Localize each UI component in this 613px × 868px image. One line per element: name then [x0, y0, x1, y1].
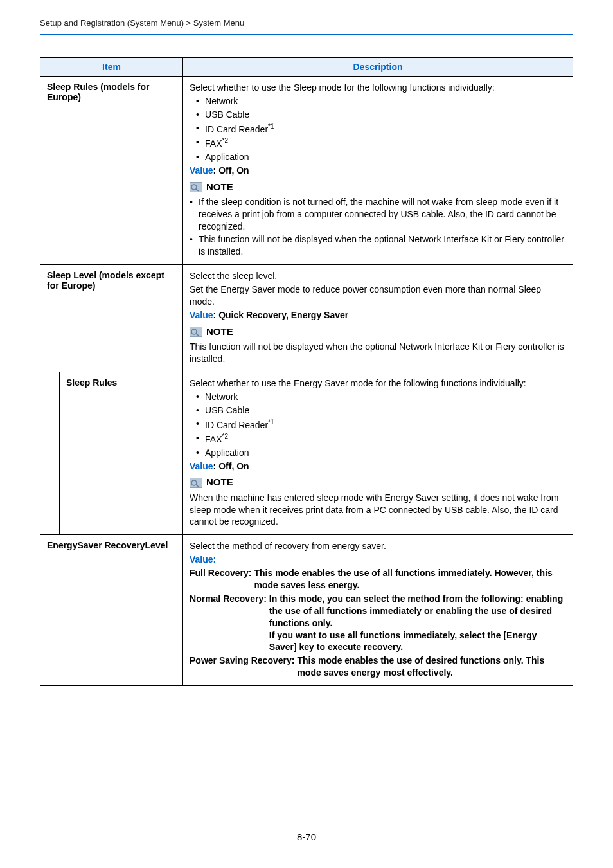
entry-value: This mode enables the use of all functio… [254, 567, 567, 592]
list-item-label: FAX [205, 138, 222, 149]
value-text: : Off, On [213, 165, 249, 176]
superscript-2: *2 [222, 137, 227, 144]
item-sleep-rules-europe: Sleep Rules (models for Europe) [40, 77, 183, 265]
list-item: Application [196, 151, 566, 163]
item-sleep-level: Sleep Level (models except for Europe) [40, 265, 183, 372]
entry-value: This mode enables the use of desired fun… [297, 655, 566, 679]
list-item-label: ID Card Reader [205, 123, 268, 134]
note-label: NOTE [206, 325, 233, 338]
header-description: Description [183, 58, 573, 77]
note-list: If the sleep condition is not turned off… [190, 196, 566, 258]
list-item: USB Cable [196, 109, 566, 121]
entry-value: In this mode, you can select the method … [269, 593, 566, 653]
note-icon [190, 327, 202, 337]
superscript-1: *1 [268, 419, 274, 426]
list-item: Application [196, 447, 566, 459]
note-body: When the machine has entered sleep mode … [190, 492, 566, 529]
value-label: Value [190, 461, 213, 471]
entry-key: Power Saving Recovery: [190, 655, 297, 679]
note-label: NOTE [206, 476, 233, 489]
note-label: NOTE [206, 181, 233, 194]
item-energy-saver-recovery: EnergySaver RecoveryLevel [40, 535, 183, 686]
desc-sleep-level: Select the sleep level. Set the Energy S… [183, 265, 573, 372]
recovery-entry-power-saving: Power Saving Recovery: This mode enables… [190, 655, 566, 679]
superscript-2: *2 [222, 433, 227, 440]
list-item: ID Card Reader*1 [196, 122, 566, 136]
value-label: Value [190, 310, 213, 320]
value-text: : Off, On [213, 461, 249, 471]
value-colon: : [213, 554, 217, 565]
bullet-list: Network USB Cable ID Card Reader*1 FAX*2… [196, 391, 566, 459]
table-row: Sleep Level (models except for Europe) S… [40, 265, 573, 372]
value-label: Value [190, 554, 213, 565]
desc-energy-saver-recovery: Select the method of recovery from energ… [183, 535, 573, 686]
entry-key: Full Recovery: [190, 567, 254, 592]
list-item-label: FAX [205, 434, 222, 444]
entry-key: Normal Recovery: [190, 593, 269, 653]
list-item: FAX*2 [196, 432, 566, 446]
list-item: USB Cable [196, 404, 566, 417]
bullet-list: Network USB Cable ID Card Reader*1 FAX*2… [196, 95, 566, 163]
page-number: 8-70 [0, 831, 613, 842]
desc-line: Set the Energy Saver mode to reduce powe… [190, 284, 566, 308]
indent-cell [40, 372, 60, 534]
note-icon [190, 182, 202, 192]
desc-intro: Select whether to use the Energy Saver m… [190, 377, 566, 390]
desc-line: Select the sleep level. [190, 270, 566, 282]
header-item: Item [40, 58, 183, 77]
item-sleep-rules-nested: Sleep Rules [60, 372, 183, 534]
table-row: EnergySaver RecoveryLevel Select the met… [40, 535, 573, 686]
recovery-entry-full: Full Recovery: This mode enables the use… [190, 567, 566, 592]
desc-intro: Select the method of recovery from energ… [190, 540, 566, 552]
desc-sleep-rules-nested: Select whether to use the Energy Saver m… [183, 372, 573, 534]
value-text: : Quick Recovery, Energy Saver [213, 310, 349, 320]
desc-sleep-rules-europe: Select whether to use the Sleep mode for… [183, 77, 573, 265]
superscript-1: *1 [268, 123, 274, 130]
note-body: This function will not be displayed when… [190, 341, 566, 365]
table-row: Sleep Rules (models for Europe) Select w… [40, 77, 573, 265]
table-row: Sleep Rules Select whether to use the En… [40, 372, 573, 534]
list-item-label: ID Card Reader [205, 419, 268, 429]
note-icon [190, 478, 202, 488]
list-item: FAX*2 [196, 136, 566, 150]
value-label: Value [190, 165, 213, 176]
desc-intro: Select whether to use the Sleep mode for… [190, 82, 566, 94]
settings-table: Item Description Sleep Rules (models for… [40, 57, 573, 686]
list-item: This function will not be displayed when… [190, 233, 566, 258]
breadcrumb: Setup and Registration (System Menu) > S… [40, 18, 573, 33]
list-item: If the sleep condition is not turned off… [190, 196, 566, 233]
list-item: Network [196, 391, 566, 403]
recovery-entry-normal: Normal Recovery: In this mode, you can s… [190, 593, 566, 653]
list-item: ID Card Reader*1 [196, 418, 566, 431]
list-item: Network [196, 95, 566, 107]
